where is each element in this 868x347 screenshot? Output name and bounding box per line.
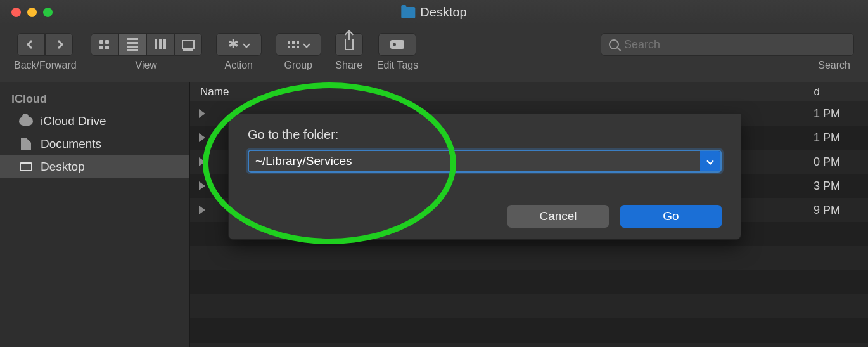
- action-button[interactable]: ✱: [216, 33, 262, 56]
- table-row[interactable]: [190, 246, 868, 270]
- column-header[interactable]: Name d: [190, 82, 868, 101]
- search-box[interactable]: [601, 33, 854, 56]
- group-label: Group: [284, 60, 312, 71]
- search-group: Search: [601, 33, 854, 71]
- table-row[interactable]: [190, 318, 868, 343]
- grid-icon: [99, 40, 109, 49]
- window-controls: [0, 8, 53, 17]
- zoom-window-button[interactable]: [43, 8, 53, 17]
- tags-group: Edit Tags: [377, 33, 419, 71]
- action-label: Action: [224, 60, 252, 71]
- row-date: 0 PM: [814, 155, 859, 169]
- row-date: 1 PM: [814, 131, 859, 145]
- sidebar: iCloud iCloud Drive Documents Desktop: [0, 82, 190, 347]
- share-button[interactable]: [335, 33, 363, 56]
- row-date: 1 PM: [814, 107, 859, 121]
- document-icon: [19, 138, 33, 150]
- desktop-icon: [19, 161, 33, 173]
- column-modified-tail: d: [814, 86, 858, 98]
- share-group: Share: [335, 33, 363, 71]
- cancel-button[interactable]: Cancel: [507, 205, 609, 228]
- disclosure-icon[interactable]: [199, 181, 205, 190]
- view-gallery-button[interactable]: [174, 33, 202, 56]
- dialog-prompt: Go to the folder:: [248, 128, 722, 142]
- folder-path-combo[interactable]: [248, 150, 722, 173]
- column-name: Name: [200, 86, 229, 98]
- folder-icon: [401, 7, 415, 18]
- group-group: Group: [276, 33, 321, 71]
- go-button[interactable]: Go: [620, 205, 722, 228]
- chevron-down-icon: [706, 157, 713, 164]
- toolbar: Back/Forward View ✱ Action Group: [0, 25, 868, 82]
- share-label: Share: [335, 60, 362, 71]
- table-row[interactable]: [190, 343, 868, 347]
- columns-icon: [155, 39, 166, 49]
- view-label: View: [136, 60, 157, 71]
- titlebar: Desktop: [0, 0, 868, 25]
- cloud-icon: [19, 115, 33, 127]
- sidebar-item-label: Desktop: [41, 160, 85, 174]
- view-icons-button[interactable]: [91, 33, 118, 56]
- nav-group: Back/Forward: [14, 33, 77, 71]
- sidebar-section-header: iCloud: [0, 89, 189, 110]
- combo-dropdown-button[interactable]: [700, 151, 720, 171]
- nav-label: Back/Forward: [14, 60, 77, 71]
- view-group: View: [91, 33, 202, 71]
- group-icon: [288, 41, 299, 48]
- window-title: Desktop: [401, 5, 466, 20]
- go-label: Go: [663, 209, 679, 223]
- sidebar-item-icloud-drive[interactable]: iCloud Drive: [0, 110, 189, 133]
- chevron-right-icon: [54, 40, 63, 49]
- row-date: 3 PM: [814, 180, 859, 193]
- back-button[interactable]: [17, 33, 45, 56]
- content-area: iCloud iCloud Drive Documents Desktop Na…: [0, 82, 868, 347]
- chevron-down-icon: [243, 41, 250, 48]
- disclosure-icon[interactable]: [199, 133, 205, 142]
- search-input[interactable]: [624, 38, 846, 51]
- cancel-label: Cancel: [539, 209, 577, 223]
- share-icon: [345, 39, 354, 50]
- tags-label: Edit Tags: [377, 60, 419, 71]
- table-row[interactable]: [190, 270, 868, 294]
- forward-button[interactable]: [45, 33, 73, 56]
- action-group: ✱ Action: [216, 33, 262, 71]
- minimize-window-button[interactable]: [27, 8, 37, 17]
- sidebar-item-label: iCloud Drive: [41, 114, 106, 128]
- disclosure-icon[interactable]: [199, 157, 205, 166]
- chevron-down-icon: [303, 41, 310, 48]
- folder-path-input[interactable]: [249, 151, 700, 171]
- list-icon: [127, 38, 138, 51]
- edit-tags-button[interactable]: [378, 33, 416, 56]
- sidebar-item-label: Documents: [41, 137, 101, 151]
- gear-icon: ✱: [228, 36, 239, 51]
- search-icon: [609, 39, 619, 49]
- tag-icon: [390, 40, 404, 49]
- search-label: Search: [818, 60, 854, 71]
- view-list-button[interactable]: [118, 33, 146, 56]
- table-row[interactable]: [190, 294, 868, 318]
- row-date: 9 PM: [814, 204, 859, 217]
- group-button[interactable]: [276, 33, 321, 56]
- sidebar-item-documents[interactable]: Documents: [0, 133, 189, 155]
- go-to-folder-dialog: Go to the folder: Cancel Go: [228, 113, 741, 240]
- file-list: Name d 1 PM 1 PM 0 PM 3 PM 9 PM Go to th…: [190, 82, 868, 347]
- disclosure-icon[interactable]: [199, 109, 205, 118]
- chevron-left-icon: [27, 40, 35, 49]
- gallery-icon: [182, 40, 195, 49]
- window-title-text: Desktop: [420, 5, 466, 20]
- disclosure-icon[interactable]: [199, 206, 205, 214]
- sidebar-item-desktop[interactable]: Desktop: [0, 155, 189, 178]
- close-window-button[interactable]: [11, 8, 21, 17]
- view-columns-button[interactable]: [146, 33, 174, 56]
